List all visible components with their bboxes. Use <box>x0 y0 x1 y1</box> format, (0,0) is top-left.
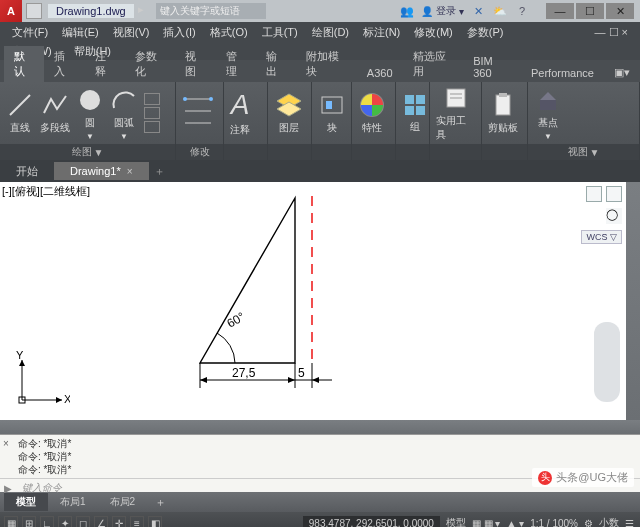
menu-draw[interactable]: 绘图(D) <box>306 23 355 42</box>
annotate-button[interactable]: A注释 <box>230 89 250 137</box>
nav-home-icon[interactable] <box>606 186 622 202</box>
menu-format[interactable]: 格式(O) <box>204 23 254 42</box>
tab-start[interactable]: 开始 <box>0 161 54 182</box>
menu-dimension[interactable]: 标注(N) <box>357 23 406 42</box>
tab-insert[interactable]: 插入 <box>44 46 84 82</box>
status-gear-icon[interactable]: ⚙ <box>584 518 593 528</box>
tab-layout2[interactable]: 布局2 <box>98 493 148 511</box>
menu-collapse-icon[interactable]: — ☐ × <box>588 24 634 41</box>
svg-rect-13 <box>416 95 425 104</box>
tab-output[interactable]: 输出 <box>256 46 296 82</box>
status-trans-icon[interactable]: ◧ <box>148 516 162 527</box>
tab-focus[interactable]: ▣▾ <box>604 63 640 82</box>
search-input[interactable]: 键入关键字或短语 <box>156 3 266 19</box>
menu-file[interactable]: 文件(F) <box>6 23 54 42</box>
tab-bim360[interactable]: BIM 360 <box>463 52 521 82</box>
viewport-label[interactable]: [-][俯视][二维线框] <box>2 184 90 199</box>
minimize-button[interactable]: — <box>546 3 574 19</box>
menu-modify[interactable]: 修改(M) <box>408 23 459 42</box>
tab-manage[interactable]: 管理 <box>216 46 256 82</box>
svg-marker-35 <box>200 377 207 383</box>
tab-default[interactable]: 默认 <box>4 46 44 82</box>
group-button[interactable]: 组 <box>402 92 428 134</box>
qat-dropdown[interactable] <box>26 3 42 19</box>
tab-new-icon[interactable]: ＋ <box>149 160 171 182</box>
line-button[interactable]: 直线 <box>6 91 34 135</box>
utilities-button[interactable]: 实用工具 <box>436 84 475 142</box>
clipboard-button[interactable]: 剪贴板 <box>488 91 518 135</box>
nav-compass-icon[interactable]: ◯ <box>606 208 622 224</box>
ribbon: 直线 多段线 圆▼ 圆弧▼ 绘图 ▼ 修改 A注释 图层 块 <box>0 82 640 160</box>
tab-view[interactable]: 视图 <box>175 46 215 82</box>
svg-marker-36 <box>288 377 295 383</box>
arc-button[interactable]: 圆弧▼ <box>110 86 138 141</box>
app-logo[interactable]: A <box>0 0 22 22</box>
svg-marker-24 <box>56 397 62 403</box>
panel-draw-title[interactable]: 绘图 ▼ <box>0 144 175 160</box>
status-track-icon[interactable]: ∠ <box>94 516 108 527</box>
status-snap-icon[interactable]: ⊞ <box>22 516 36 527</box>
menu-parametric[interactable]: 参数(P) <box>461 23 510 42</box>
base-button[interactable]: 基点▼ <box>534 86 562 141</box>
close-button[interactable]: ✕ <box>606 3 634 19</box>
recent-arrow[interactable]: ▸ <box>138 3 150 19</box>
circle-button[interactable]: 圆▼ <box>76 86 104 141</box>
status-space[interactable]: 模型 <box>446 516 466 527</box>
svg-rect-12 <box>405 95 414 104</box>
scrollbar-vertical[interactable] <box>626 182 640 420</box>
status-osnap-icon[interactable]: ◻ <box>76 516 90 527</box>
svg-text:5: 5 <box>298 366 305 380</box>
status-polar-icon[interactable]: ✦ <box>58 516 72 527</box>
svg-marker-41 <box>312 377 319 383</box>
tab-performance[interactable]: Performance <box>521 64 604 82</box>
panel-view-title[interactable]: 视图 ▼ <box>528 144 639 160</box>
nav-cube-icon[interactable] <box>586 186 602 202</box>
tab-layout1[interactable]: 布局1 <box>48 493 98 511</box>
tab-parametric[interactable]: 参数化 <box>125 46 175 82</box>
status-scale[interactable]: 1:1 / 100% <box>530 518 578 528</box>
infocenter-icon[interactable]: 👥 <box>399 3 415 19</box>
tab-a360[interactable]: A360 <box>357 64 403 82</box>
status-menu-icon[interactable]: ☰ <box>625 518 634 528</box>
wcs-badge[interactable]: WCS ▽ <box>581 230 622 244</box>
status-ortho-icon[interactable]: ∟ <box>40 516 54 527</box>
modify-tools[interactable] <box>182 93 214 133</box>
help-icon[interactable]: ? <box>514 3 530 19</box>
nav-bar[interactable] <box>594 322 620 402</box>
tab-drawing1[interactable]: Drawing1*× <box>54 162 149 180</box>
status-iso-icon[interactable]: ▲ ▾ <box>507 518 525 528</box>
tab-featured[interactable]: 精选应用 <box>403 46 464 82</box>
status-decimals[interactable]: 小数 <box>599 516 619 527</box>
status-dyn-icon[interactable]: ✛ <box>112 516 126 527</box>
sign-in-button[interactable]: 👤 登录 ▾ <box>421 4 464 18</box>
tab-addins[interactable]: 附加模块 <box>296 46 357 82</box>
ucs-icon: X Y <box>10 350 70 410</box>
status-grid-icon[interactable]: ▦ <box>4 516 18 527</box>
menu-edit[interactable]: 编辑(E) <box>56 23 105 42</box>
exchange-icon[interactable]: ✕ <box>470 3 486 19</box>
menu-tools[interactable]: 工具(T) <box>256 23 304 42</box>
svg-marker-8 <box>277 102 301 116</box>
tab-add-layout[interactable]: ＋ <box>147 493 174 512</box>
a360-icon[interactable]: ⛅ <box>492 3 508 19</box>
status-icons-icon[interactable]: ▦ ▦ ▾ <box>472 518 501 528</box>
svg-text:60°: 60° <box>225 309 248 330</box>
polyline-button[interactable]: 多段线 <box>40 91 70 135</box>
nav-tools: ◯ WCS ▽ <box>581 186 622 244</box>
properties-button[interactable]: 特性 <box>358 91 386 135</box>
tab-annotate[interactable]: 注释 <box>85 46 125 82</box>
menu-view[interactable]: 视图(V) <box>107 23 156 42</box>
scrollbar-horizontal[interactable] <box>0 420 640 434</box>
drawing-canvas[interactable]: [-][俯视][二维线框] ◯ WCS ▽ X Y 60° <box>0 182 626 420</box>
maximize-button[interactable]: ☐ <box>576 3 604 19</box>
draw-more[interactable] <box>144 93 160 133</box>
menu-insert[interactable]: 插入(I) <box>157 23 201 42</box>
block-button[interactable]: 块 <box>318 91 346 135</box>
layers-button[interactable]: 图层 <box>274 91 304 135</box>
title-filename: Drawing1.dwg <box>48 4 134 18</box>
tab-model[interactable]: 模型 <box>4 493 48 511</box>
command-close-icon[interactable]: × <box>3 437 9 450</box>
panel-modify-title[interactable]: 修改 <box>176 144 223 160</box>
tab-close-icon[interactable]: × <box>127 166 133 177</box>
status-lwt-icon[interactable]: ≡ <box>130 516 144 527</box>
